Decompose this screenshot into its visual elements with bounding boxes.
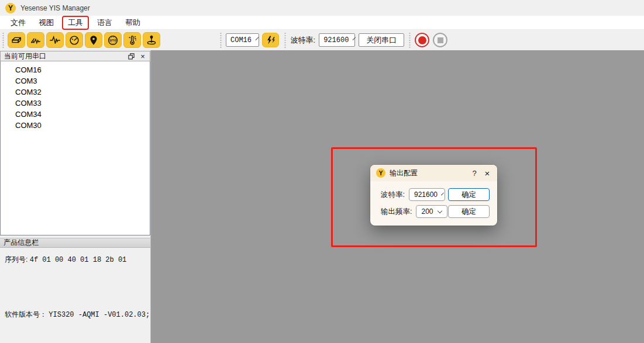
menubar: 文件 视图 工具 语言 帮助 bbox=[0, 16, 644, 30]
thermometer-icon bbox=[126, 34, 139, 47]
port-list: COM16 COM3 COM32 COM33 COM34 COM30 bbox=[0, 61, 150, 235]
angle-wave-icon bbox=[29, 34, 42, 47]
cube-3d-button[interactable] bbox=[8, 32, 25, 48]
location-pin-button[interactable] bbox=[85, 32, 102, 48]
gauge-button[interactable] bbox=[66, 32, 83, 48]
dialog-close-button[interactable]: × bbox=[481, 168, 494, 178]
port-list-item[interactable]: COM30 bbox=[1, 120, 150, 131]
toolbar: UTC bbox=[0, 30, 644, 50]
location-pin-icon bbox=[87, 34, 100, 47]
dialog-baud-label: 波特率: bbox=[381, 190, 405, 200]
toolbar-grip[interactable] bbox=[284, 33, 287, 48]
app-window: Y Yesense YIS Manager 文件 视图 工具 语言 帮助 bbox=[0, 0, 644, 343]
port-select-value: COM16 bbox=[230, 36, 252, 44]
product-info-header: 产品信息栏 bbox=[0, 238, 150, 248]
chevron-down-icon bbox=[353, 37, 356, 40]
record-button[interactable] bbox=[415, 33, 429, 47]
product-info-area: 序列号: 4f 01 00 40 01 18 2b 01 软件版本号： YIS3… bbox=[0, 248, 150, 343]
software-version-row: 软件版本号： YIS320 -AQMI -V01.02.03; bbox=[5, 310, 150, 320]
menu-file[interactable]: 文件 bbox=[6, 16, 30, 29]
stop-button[interactable] bbox=[433, 33, 447, 47]
chevron-down-icon bbox=[256, 37, 259, 40]
serial-number-value: 4f 01 00 40 01 18 2b 01 bbox=[30, 256, 127, 264]
dialog-freq-label: 输出频率: bbox=[381, 207, 412, 217]
close-serial-button[interactable]: 关闭串口 bbox=[359, 33, 404, 47]
baud-rate-select[interactable]: 921600 bbox=[319, 33, 355, 47]
angle-wave-button[interactable] bbox=[27, 32, 44, 48]
dialog-logo-icon: Y bbox=[376, 168, 385, 178]
toolbar-grip[interactable] bbox=[219, 33, 222, 48]
float-panel-icon[interactable] bbox=[126, 52, 136, 60]
baud-ok-button[interactable]: 确定 bbox=[448, 188, 490, 201]
dialog-titlebar: Y 输出配置 ? × bbox=[370, 165, 497, 181]
toolbar-grip[interactable] bbox=[2, 33, 5, 48]
baud-rate-label: 波特率: bbox=[291, 35, 316, 46]
utc-clock-button[interactable]: UTC bbox=[104, 32, 122, 48]
freq-ok-button[interactable]: 确定 bbox=[448, 205, 490, 218]
port-list-item[interactable]: COM16 bbox=[1, 64, 150, 75]
serial-number-label: 序列号: bbox=[5, 255, 27, 264]
window-title: Yesense YIS Manager bbox=[20, 4, 90, 12]
chevron-down-icon bbox=[437, 208, 442, 213]
content-area: 当前可用串口 × COM16 COM3 COM32 COM33 COM34 CO… bbox=[0, 50, 644, 343]
cube-3d-icon bbox=[10, 34, 23, 47]
refresh-ports-button[interactable] bbox=[262, 33, 279, 47]
titlebar: Y Yesense YIS Manager bbox=[0, 0, 644, 16]
menu-view[interactable]: 视图 bbox=[34, 16, 58, 29]
pressure-pin-icon bbox=[145, 34, 158, 47]
menu-tools[interactable]: 工具 bbox=[62, 16, 89, 30]
dialog-freq-select[interactable]: 200 bbox=[416, 205, 447, 218]
chevron-down-icon bbox=[441, 192, 444, 195]
port-list-item[interactable]: COM33 bbox=[1, 98, 150, 109]
software-version-label: 软件版本号： bbox=[5, 310, 47, 318]
output-config-dialog: Y 输出配置 ? × 波特率: 921600 确定 输出频率: 200 确定 bbox=[370, 165, 497, 226]
dialog-baud-select[interactable]: 921600 bbox=[409, 188, 445, 201]
toolbar-grip[interactable] bbox=[408, 33, 411, 48]
software-version-value: YIS320 -AQMI -V01.02.03; bbox=[49, 311, 150, 319]
menu-language[interactable]: 语言 bbox=[92, 16, 117, 29]
dialog-title: 输出配置 bbox=[390, 168, 418, 178]
close-panel-icon[interactable]: × bbox=[138, 52, 147, 60]
utc-clock-icon: UTC bbox=[106, 34, 119, 47]
baud-rate-row: 波特率: 921600 确定 bbox=[381, 188, 490, 201]
stop-icon bbox=[438, 37, 443, 43]
port-select[interactable]: COM16 bbox=[226, 33, 259, 47]
pulse-wave-button[interactable] bbox=[46, 32, 64, 48]
baud-rate-value: 921600 bbox=[323, 36, 349, 44]
ports-dock-header: 当前可用串口 × bbox=[0, 51, 150, 61]
menu-help[interactable]: 帮助 bbox=[120, 16, 145, 29]
ports-dock-title: 当前可用串口 bbox=[4, 51, 46, 61]
port-list-item[interactable]: COM34 bbox=[1, 109, 150, 120]
output-freq-row: 输出频率: 200 确定 bbox=[381, 205, 490, 218]
dialog-freq-value: 200 bbox=[421, 207, 433, 216]
port-list-item[interactable]: COM32 bbox=[1, 86, 150, 98]
record-icon bbox=[418, 36, 426, 44]
dialog-baud-value: 921600 bbox=[414, 190, 438, 199]
pressure-pin-button[interactable] bbox=[143, 32, 160, 48]
app-logo-icon: Y bbox=[5, 3, 16, 13]
serial-number-row: 序列号: 4f 01 00 40 01 18 2b 01 bbox=[5, 255, 126, 265]
thermometer-button[interactable] bbox=[123, 32, 141, 48]
port-list-item[interactable]: COM3 bbox=[1, 75, 150, 86]
svg-text:UTC: UTC bbox=[109, 39, 116, 42]
dialog-help-button[interactable]: ? bbox=[468, 169, 481, 178]
lightning-refresh-icon bbox=[265, 34, 277, 46]
left-panel: 当前可用串口 × COM16 COM3 COM32 COM33 COM34 CO… bbox=[0, 50, 151, 343]
pulse-wave-icon bbox=[49, 34, 61, 47]
gauge-icon bbox=[68, 34, 81, 47]
